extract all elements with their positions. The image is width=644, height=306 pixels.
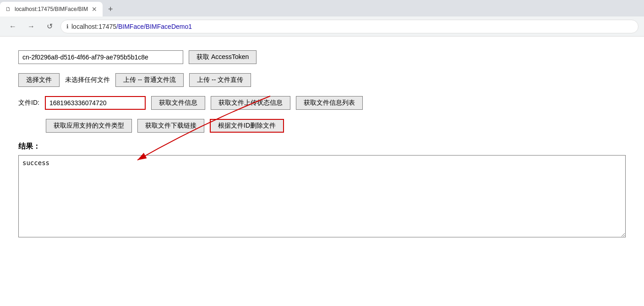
browser-chrome: 🗋 localhost:17475/BIMFace/BIM ✕ + ← → ↺ … — [0, 0, 644, 37]
access-token-input[interactable] — [18, 50, 183, 64]
get-file-info-list-button[interactable]: 获取文件信息列表 — [296, 96, 363, 110]
get-file-info-button[interactable]: 获取文件信息 — [151, 96, 205, 110]
file-id-input[interactable] — [45, 96, 146, 110]
file-action-row: 获取应用支持的文件类型 获取文件下载链接 根据文件ID删除文件 — [18, 119, 626, 133]
page-content: 获取 AccessToken 选择文件 未选择任何文件 上传 -- 普通文件流 … — [0, 37, 644, 302]
upload-direct-button[interactable]: 上传 -- 文件直传 — [189, 73, 251, 87]
nav-bar: ← → ↺ ℹ localhost:17475/BIMFace/BIMFaceD… — [0, 16, 644, 37]
get-access-token-button[interactable]: 获取 AccessToken — [189, 50, 257, 64]
choose-file-button[interactable]: 选择文件 — [18, 73, 60, 87]
url-text: localhost:17475/BIMFace/BIMFaceDemo1 — [71, 23, 192, 30]
back-button[interactable]: ← — [5, 20, 20, 33]
tab-bar: 🗋 localhost:17475/BIMFace/BIM ✕ + — [0, 0, 644, 16]
no-file-label: 未选择任何文件 — [65, 76, 110, 84]
tab-close-icon[interactable]: ✕ — [92, 5, 97, 13]
file-id-label: 文件ID: — [18, 99, 39, 107]
result-label: 结果： — [18, 142, 626, 151]
tab-title: localhost:17475/BIMFace/BIM — [15, 6, 88, 12]
result-textarea[interactable] — [18, 155, 626, 237]
forward-button[interactable]: → — [24, 20, 38, 33]
result-section: 结果： — [18, 142, 626, 239]
address-bar[interactable]: ℹ localhost:17475/BIMFace/BIMFaceDemo1 — [60, 20, 639, 33]
get-file-types-button[interactable]: 获取应用支持的文件类型 — [46, 119, 132, 133]
refresh-button[interactable]: ↺ — [42, 20, 57, 33]
delete-file-button[interactable]: 根据文件ID删除文件 — [210, 119, 284, 133]
get-download-link-button[interactable]: 获取文件下载链接 — [137, 119, 204, 133]
file-upload-row: 选择文件 未选择任何文件 上传 -- 普通文件流 上传 -- 文件直传 — [18, 73, 626, 87]
upload-stream-button[interactable]: 上传 -- 普通文件流 — [115, 73, 184, 87]
new-tab-button[interactable]: + — [104, 2, 117, 16]
active-tab[interactable]: 🗋 localhost:17475/BIMFace/BIM ✕ — [0, 2, 103, 16]
file-id-row: 文件ID: 获取文件信息 获取文件上传状态信息 获取文件信息列表 — [18, 96, 626, 110]
tab-favicon-icon: 🗋 — [5, 6, 11, 12]
get-upload-status-button[interactable]: 获取文件上传状态信息 — [211, 96, 290, 110]
lock-icon: ℹ — [66, 23, 69, 30]
access-token-row: 获取 AccessToken — [18, 50, 626, 64]
